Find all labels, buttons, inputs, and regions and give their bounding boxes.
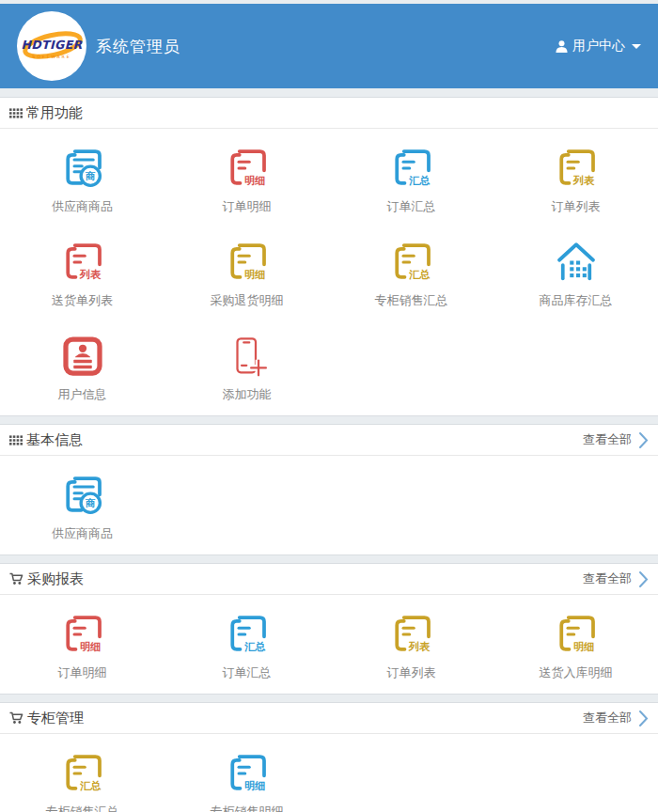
section-title: 采购报表 (27, 570, 84, 588)
app-item-label: 采购退货明细 (211, 292, 284, 309)
section-header: 常用功能 (0, 98, 658, 129)
section-title: 基本信息 (26, 431, 83, 449)
logo-text: HDTIGER (21, 38, 83, 52)
svg-text:商: 商 (85, 170, 96, 181)
app-item-label: 用户信息 (58, 386, 107, 403)
doc-icon: 列表 (554, 145, 599, 192)
section-panel: 常用功能 商 供应商商品 明细 订单明细 汇总 订单汇总 (0, 97, 658, 416)
doc-icon: 列表 (389, 611, 434, 658)
page-title: 系统管理员 (96, 36, 180, 57)
user-icon (555, 39, 569, 54)
svg-text:明细: 明细 (573, 641, 595, 653)
hdtiger-logo-icon: HDTIGER SOFTWARE (17, 11, 86, 81)
app-item[interactable]: 汇总 专柜销售汇总 (329, 226, 494, 320)
app-item[interactable]: 商 供应商商品 (0, 459, 164, 553)
app-item[interactable]: 用户信息 (0, 320, 164, 414)
items-grid: 商 供应商商品 (0, 456, 658, 554)
app-item[interactable]: 明细 订单明细 (164, 132, 329, 226)
app-item[interactable]: 列表 送货单列表 (0, 226, 164, 320)
app-item[interactable]: 明细 专柜销售明细 (164, 737, 329, 812)
app-item-label: 订单列表 (387, 664, 436, 681)
doc-icon: 明细 (554, 611, 599, 658)
app-item-label: 商品库存汇总 (540, 292, 613, 309)
user-center-label: 用户中心 (572, 38, 625, 55)
doc-circle-icon: 商 (60, 145, 105, 192)
doc-icon: 明细 (225, 750, 270, 797)
app-item-label: 添加功能 (223, 386, 272, 403)
user-center-button[interactable]: 用户中心 (555, 38, 641, 55)
app-item-label: 订单汇总 (223, 664, 272, 681)
app-item-label: 订单明细 (58, 664, 107, 681)
app-item[interactable]: 明细 送货入库明细 (494, 598, 658, 692)
idcard-icon (60, 333, 105, 380)
app-header: HDTIGER SOFTWARE 系统管理员 用户中心 (0, 4, 658, 88)
view-all-label: 查看全部 (583, 710, 632, 726)
app-item-label: 送货单列表 (52, 292, 113, 309)
app-item[interactable]: 列表 订单列表 (329, 598, 494, 692)
app-item[interactable]: 商 供应商商品 (0, 132, 164, 226)
app-item-label: 专柜销售汇总 (375, 292, 448, 309)
section-title: 常用功能 (26, 104, 83, 122)
hdtiger-logo[interactable]: HDTIGER SOFTWARE (17, 11, 86, 81)
app-item[interactable]: 明细 订单明细 (0, 598, 164, 692)
app-item[interactable]: 明细 采购退货明细 (164, 226, 329, 320)
app-item[interactable]: 列表 订单列表 (494, 132, 658, 226)
app-item[interactable]: 汇总 专柜销售汇总 (0, 737, 164, 812)
chevron-down-icon (632, 44, 641, 49)
svg-text:列表: 列表 (572, 175, 595, 187)
doc-icon: 明细 (60, 611, 105, 658)
doc-icon: 汇总 (389, 145, 434, 192)
section-panel: 专柜管理 查看全部 汇总 专柜销售汇总 明细 专柜销售明细 (0, 702, 658, 812)
doc-icon: 汇总 (389, 239, 434, 286)
doc-circle-icon: 商 (60, 472, 105, 519)
doc-icon: 列表 (60, 239, 105, 286)
section-panel: 采购报表 查看全部 明细 订单明细 汇总 订单汇总 (0, 563, 658, 695)
warehouse-icon (554, 239, 599, 286)
svg-text:汇总: 汇总 (409, 269, 431, 281)
sections-container: 常用功能 商 供应商商品 明细 订单明细 汇总 订单汇总 (0, 97, 658, 812)
cart-icon (9, 711, 24, 725)
section-panel: 基本信息 查看全部 商 供应商商品 (0, 424, 658, 555)
view-all-link[interactable]: 查看全部 (583, 710, 649, 727)
logo-subtext: SOFTWARE (32, 55, 70, 59)
svg-text:列表: 列表 (79, 269, 102, 281)
app-item[interactable]: 添加功能 (164, 320, 329, 414)
app-item[interactable]: 商品库存汇总 (494, 226, 658, 320)
doc-icon: 汇总 (60, 750, 105, 797)
section-title: 专柜管理 (27, 710, 84, 727)
app-item-label: 供应商商品 (52, 198, 113, 215)
view-all-link[interactable]: 查看全部 (583, 570, 649, 588)
doc-icon: 明细 (225, 239, 270, 286)
items-grid: 汇总 专柜销售汇总 明细 专柜销售明细 (0, 734, 658, 812)
items-grid: 明细 订单明细 汇总 订单汇总 列表 订单列表 明细 送货入库明细 (0, 595, 658, 694)
app-item[interactable]: 汇总 订单汇总 (164, 598, 329, 692)
svg-text:汇总: 汇总 (244, 641, 266, 653)
svg-text:明细: 明细 (244, 175, 266, 187)
doc-icon: 汇总 (225, 611, 270, 658)
svg-text:汇总: 汇总 (409, 175, 431, 187)
app-item[interactable]: 汇总 订单汇总 (329, 132, 494, 226)
svg-text:汇总: 汇总 (80, 780, 102, 792)
section-header: 专柜管理 查看全部 (0, 703, 658, 734)
app-item-label: 订单列表 (552, 198, 601, 215)
grid-icon (9, 108, 23, 118)
items-grid: 商 供应商商品 明细 订单明细 汇总 订单汇总 列表 订单列表 (0, 129, 658, 415)
svg-text:明细: 明细 (244, 269, 266, 281)
chevron-right-icon (638, 570, 649, 588)
section-header: 采购报表 查看全部 (0, 564, 658, 595)
view-all-label: 查看全部 (583, 570, 632, 587)
app-item-label: 送货入库明细 (540, 664, 613, 681)
svg-text:商: 商 (85, 497, 96, 508)
app-item-label: 供应商商品 (52, 525, 113, 542)
svg-text:明细: 明细 (244, 780, 266, 792)
view-all-link[interactable]: 查看全部 (583, 431, 649, 449)
app-item-label: 订单汇总 (387, 198, 436, 215)
section-header: 基本信息 查看全部 (0, 425, 658, 456)
app-item-label: 专柜销售明细 (211, 804, 284, 812)
phone-add-icon (225, 333, 270, 380)
chevron-right-icon (638, 431, 649, 449)
app-item-label: 专柜销售汇总 (46, 804, 119, 812)
view-all-label: 查看全部 (583, 431, 632, 448)
svg-text:列表: 列表 (408, 641, 431, 653)
svg-text:明细: 明细 (80, 641, 102, 653)
